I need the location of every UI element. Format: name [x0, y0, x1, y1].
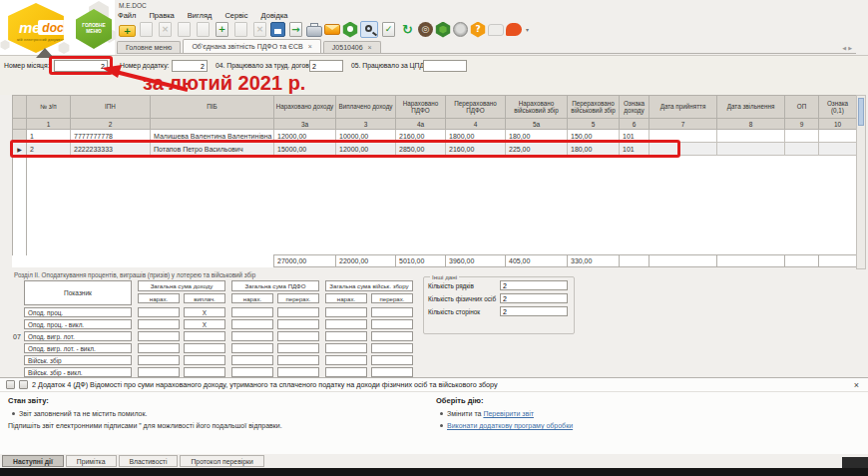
group-military: Загальна сума військ. збору нарах. перер… [325, 280, 413, 305]
persons-count-label: Кількість фізичних осіб [428, 295, 500, 302]
section2-table: Показник Загальна сума доходу нарах. вип… [24, 280, 413, 377]
col-header: № з/п [27, 96, 71, 119]
new-document-icon[interactable] [140, 22, 153, 37]
section2-caption: Розділ ІІ. Оподаткування процентів, вигр… [14, 271, 255, 278]
group-income: Загальна сума доходу нарах. виплач. [138, 280, 225, 305]
logo-doc-text: doc [42, 21, 63, 35]
tab-main-menu[interactable]: Головне меню [117, 41, 181, 53]
hex-decoration [58, 42, 70, 54]
worked-labor-input[interactable] [309, 60, 343, 72]
network-globe-icon[interactable]: ◎ [418, 22, 433, 37]
col-header: Нараховано військовий збір [506, 96, 568, 119]
find-document-icon[interactable] [234, 22, 247, 37]
map-pin-hex-icon[interactable] [342, 22, 358, 38]
shield-hex-icon[interactable] [435, 22, 451, 38]
row-selector[interactable] [13, 130, 27, 143]
section2-code: 07 [13, 333, 21, 340]
chat-icon[interactable] [488, 24, 504, 36]
main-menu-hex-label: ГОЛОВНЕ МЕНЮ [74, 23, 114, 35]
run-processing-link[interactable]: Виконати додаткову програму обробки [447, 422, 573, 429]
pages-count-input[interactable] [500, 306, 568, 316]
table-empty-area [13, 156, 857, 255]
col-header: Ознака доходу [620, 96, 650, 119]
report-full-title: 2 Додаток 4 (ДФ) Відомості про суми нара… [32, 380, 847, 389]
copy-document-icon[interactable] [178, 22, 191, 37]
total-military-accrued: 405,00 [506, 255, 568, 267]
worked-cpd-label: 05. Працювало за ЦПД [351, 62, 424, 69]
open-folder-icon[interactable]: + [119, 25, 136, 37]
rows-count-input[interactable] [500, 280, 568, 290]
stamp-icon[interactable] [453, 22, 468, 37]
total-military-transferred: 330,00 [568, 255, 620, 267]
feedback-bubble-icon[interactable] [506, 23, 522, 36]
col-header: ІПН [71, 96, 151, 119]
menu-view[interactable]: Вигляд [188, 11, 213, 20]
medoc-window: me doc мій електронний документ ГОЛОВНЕ … [0, 0, 868, 476]
table-row-selected[interactable]: ▶ 2 2222233333 Потапов Петро Васильович … [13, 143, 857, 156]
other-data-legend: Інші дані [430, 273, 459, 280]
month-number-label: Номер місяця: [4, 62, 50, 69]
scrollbar-thumb[interactable] [858, 98, 864, 126]
other-data-group: Інші дані Кількість рядків Кількість фіз… [423, 276, 575, 334]
delete-document-icon[interactable]: × [253, 22, 266, 37]
tab-note[interactable]: Примітка [66, 455, 117, 467]
row-selector-marker[interactable]: ▶ [13, 143, 27, 156]
table-totals-row: 27000,00 22000,00 5010,00 3960,00 405,00… [13, 255, 857, 267]
total-accrued-income: 27000,00 [274, 255, 336, 267]
report-state-item: Звіт заповнений та не містить помилок. [19, 410, 147, 417]
bullet-icon [12, 412, 15, 415]
save-icon[interactable] [270, 22, 285, 37]
verify-report-link[interactable]: Перевірити звіт [483, 410, 534, 417]
dropdown-caret-icon[interactable]: ▾ [524, 22, 531, 38]
tab-check-protocol[interactable]: Протокол перевірки [180, 455, 263, 467]
print-mini-icon [19, 380, 28, 389]
add-document-icon[interactable]: + [216, 22, 228, 37]
report-state-column: Стан звіту: Звіт заповнений та не містит… [8, 396, 429, 434]
col-header: Ознака (0,1) [819, 96, 857, 119]
persons-count-input[interactable] [500, 293, 568, 303]
employee-income-table: № з/п ІПН ПІБ Нараховано доходу Виплачен… [12, 95, 857, 267]
section2-row: Опод. вигр. лот. - викл. [24, 343, 413, 353]
total-pdfo-accrued: 5010,00 [396, 255, 446, 267]
indicator-header: Показник [24, 280, 132, 305]
sync-icon[interactable]: ↻ [399, 22, 416, 38]
export-icon[interactable]: → [289, 22, 302, 37]
bullet-icon [440, 412, 443, 415]
print-icon[interactable] [306, 26, 322, 37]
sign-note: Підпишіть звіт електронними підписами ” … [8, 422, 429, 429]
total-paid-income: 22000,00 [336, 255, 396, 267]
tab-j0510406[interactable]: J0510406 × [323, 41, 381, 53]
close-document-icon[interactable]: × [159, 22, 172, 37]
col-header: Виплачено доходу [336, 96, 396, 119]
mail-icon[interactable] [324, 24, 340, 35]
col-header: Нараховано ПДФО [396, 96, 446, 119]
table-number-row: 1 2 3а 3 4а 4 5а 5 6 7 8 9 10 [13, 119, 857, 130]
tab-scroll-icons[interactable]: ◀▶ [842, 45, 854, 51]
table-vertical-scrollbar[interactable] [856, 95, 866, 269]
report-state-title: Стан звіту: [8, 396, 429, 405]
col-header: Дата прийняття [650, 96, 717, 119]
worked-cpd-input[interactable] [423, 60, 467, 72]
tab-close-icon[interactable]: × [308, 43, 312, 50]
col-header: ПІБ [151, 96, 274, 119]
menu-edit[interactable]: Правка [149, 11, 174, 20]
search-icon[interactable] [360, 21, 378, 38]
tab-unified-report[interactable]: Об'єднана звітність ПДФО та ЄСВ × [183, 39, 320, 53]
table-row[interactable]: 1 7777777778 Малишева Валентина Валентин… [13, 130, 857, 143]
tab-next-actions[interactable]: Наступні дії [2, 455, 64, 467]
bottom-tab-strip: Наступні дії Примітка Властивості Проток… [2, 455, 264, 467]
edit-document-icon[interactable] [197, 22, 210, 37]
menu-file[interactable]: Файл [118, 11, 136, 20]
tab-close-icon[interactable]: × [368, 44, 372, 51]
verify-report-icon[interactable]: ✓ [382, 22, 395, 37]
menubar: Файл Правка Вигляд Сервіс Довідка [118, 11, 288, 20]
logo-tagline: мій електронний документ [17, 38, 65, 42]
logo-doc-box: doc [38, 20, 68, 35]
help-hex-icon[interactable]: ? [470, 22, 486, 38]
menu-help[interactable]: Довідка [261, 11, 288, 20]
tab-properties[interactable]: Властивості [119, 455, 179, 467]
menu-service[interactable]: Сервіс [224, 11, 247, 20]
close-icon[interactable]: × [851, 380, 862, 390]
pages-count-label: Кількість сторінок [428, 308, 500, 315]
medoc-logo: me doc мій електронний документ [5, 3, 67, 53]
